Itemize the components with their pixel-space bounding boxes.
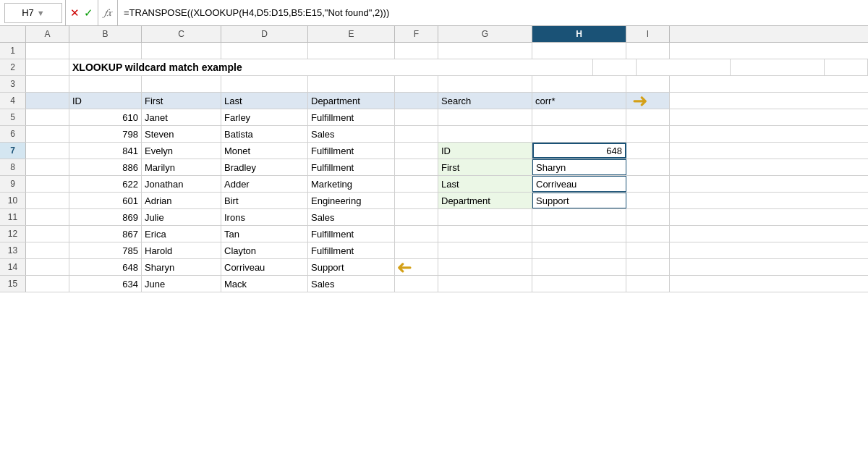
cell-g6[interactable]: [438, 126, 532, 142]
cell-c14[interactable]: Sharyn: [142, 259, 221, 275]
cell-c6[interactable]: Steven: [142, 126, 221, 142]
confirm-icon[interactable]: ✓: [84, 7, 93, 20]
formula-input[interactable]: =TRANSPOSE((XLOOKUP(H4,D5:D15,B5:E15,"No…: [118, 7, 868, 18]
cell-f1[interactable]: [395, 43, 438, 59]
cell-a6[interactable]: [26, 126, 69, 142]
cell-f6[interactable]: [395, 126, 438, 142]
cell-c7[interactable]: Evelyn: [142, 143, 221, 159]
cell-e1[interactable]: [308, 43, 395, 59]
col-header-a[interactable]: A: [26, 26, 69, 42]
cell-a12[interactable]: [26, 226, 69, 242]
cell-d8[interactable]: Bradley: [221, 159, 308, 175]
col-header-h[interactable]: H: [532, 26, 626, 42]
col-header-i[interactable]: I: [626, 26, 670, 42]
cell-h15[interactable]: [532, 276, 626, 292]
cell-f10[interactable]: [395, 193, 438, 208]
cell-f12[interactable]: [395, 226, 438, 242]
cell-i9[interactable]: [626, 176, 670, 192]
cell-e15[interactable]: Sales: [308, 276, 395, 292]
cell-i6[interactable]: [626, 126, 670, 142]
cell-a3[interactable]: [26, 76, 69, 92]
cell-c11[interactable]: Julie: [142, 209, 221, 225]
cell-i13[interactable]: [626, 242, 670, 258]
cell-d7[interactable]: Monet: [221, 143, 308, 159]
cell-a8[interactable]: [26, 159, 69, 175]
cell-d15[interactable]: Mack: [221, 276, 308, 292]
cell-f9[interactable]: [395, 176, 438, 192]
cell-f7[interactable]: [395, 143, 438, 159]
cell-c9[interactable]: Jonathan: [142, 176, 221, 192]
cell-d6[interactable]: Batista: [221, 126, 308, 142]
cell-i11[interactable]: [626, 209, 670, 225]
cell-b7[interactable]: 841: [69, 143, 142, 159]
cell-g3[interactable]: [438, 76, 532, 92]
cell-i14[interactable]: [626, 259, 670, 275]
cell-b1[interactable]: [69, 43, 142, 59]
cell-g7-id-label[interactable]: ID: [438, 143, 532, 159]
cell-d13[interactable]: Clayton: [221, 242, 308, 258]
cell-e9[interactable]: Marketing: [308, 176, 395, 192]
col-header-g[interactable]: G: [438, 26, 532, 42]
cell-e12[interactable]: Fulfillment: [308, 226, 395, 242]
cell-f3[interactable]: [395, 76, 438, 92]
cancel-icon[interactable]: ✕: [70, 7, 80, 20]
col-header-c[interactable]: C: [142, 26, 221, 42]
cell-b5[interactable]: 610: [69, 109, 142, 125]
cell-e8[interactable]: Fulfillment: [308, 159, 395, 175]
cell-g10-department-label[interactable]: Department: [438, 193, 532, 208]
cell-i8[interactable]: [626, 159, 670, 175]
cell-h3[interactable]: [532, 76, 626, 92]
cell-g4-search-label[interactable]: Search: [438, 93, 532, 109]
cell-b4[interactable]: ID: [69, 93, 142, 109]
cell-f4[interactable]: [395, 93, 438, 109]
cell-i12[interactable]: [626, 226, 670, 242]
cell-i7[interactable]: [626, 143, 670, 159]
cell-d11[interactable]: Irons: [221, 209, 308, 225]
cell-g1[interactable]: [438, 43, 532, 59]
cell-d3[interactable]: [221, 76, 308, 92]
cell-a7[interactable]: [26, 143, 69, 159]
cell-b3[interactable]: [69, 76, 142, 92]
cell-g15[interactable]: [438, 276, 532, 292]
col-header-d[interactable]: D: [221, 26, 308, 42]
col-header-e[interactable]: E: [308, 26, 395, 42]
cell-b8[interactable]: 886: [69, 159, 142, 175]
cell-f14[interactable]: ➜: [395, 259, 438, 275]
cell-h2[interactable]: [731, 59, 825, 75]
cell-e11[interactable]: Sales: [308, 209, 395, 225]
cell-g11[interactable]: [438, 209, 532, 225]
cell-g14[interactable]: [438, 259, 532, 275]
cell-i2[interactable]: [825, 59, 868, 75]
cell-g5[interactable]: [438, 109, 532, 125]
cell-c1[interactable]: [142, 43, 221, 59]
cell-e4[interactable]: Department: [308, 93, 395, 109]
cell-h13[interactable]: [532, 242, 626, 258]
cell-d12[interactable]: Tan: [221, 226, 308, 242]
cell-d5[interactable]: Farley: [221, 109, 308, 125]
cell-a10[interactable]: [26, 193, 69, 208]
cell-e7[interactable]: Fulfillment: [308, 143, 395, 159]
cell-d4[interactable]: Last: [221, 93, 308, 109]
cell-b12[interactable]: 867: [69, 226, 142, 242]
cell-c8[interactable]: Marilyn: [142, 159, 221, 175]
cell-b13[interactable]: 785: [69, 242, 142, 258]
cell-a15[interactable]: [26, 276, 69, 292]
cell-h10-department-value[interactable]: Support: [532, 193, 626, 208]
cell-e10[interactable]: Engineering: [308, 193, 395, 208]
cell-i15[interactable]: [626, 276, 670, 292]
cell-g9-last-label[interactable]: Last: [438, 176, 532, 192]
cell-e13[interactable]: Fulfillment: [308, 242, 395, 258]
cell-h1[interactable]: [532, 43, 626, 59]
cell-c4[interactable]: First: [142, 93, 221, 109]
cell-h5[interactable]: [532, 109, 626, 125]
cell-h14[interactable]: [532, 259, 626, 275]
cell-b15[interactable]: 634: [69, 276, 142, 292]
cell-h4-search-value[interactable]: corr*: [532, 93, 626, 109]
cell-g12[interactable]: [438, 226, 532, 242]
cell-h7-id-value[interactable]: 648: [532, 143, 626, 159]
cell-g8-first-label[interactable]: First: [438, 159, 532, 175]
cell-h6[interactable]: [532, 126, 626, 142]
cell-a2[interactable]: [26, 59, 69, 75]
cell-c15[interactable]: June: [142, 276, 221, 292]
cell-b6[interactable]: 798: [69, 126, 142, 142]
